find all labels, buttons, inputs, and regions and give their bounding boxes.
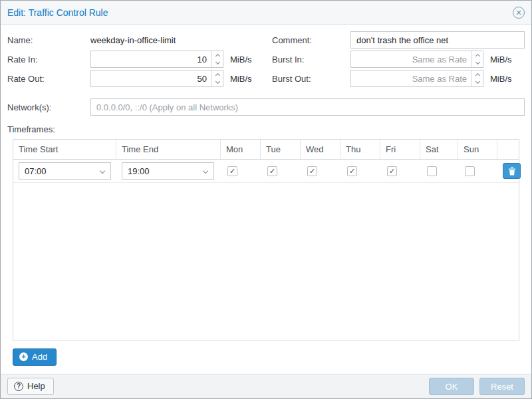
header-time-start[interactable]: Time Start (13, 140, 116, 159)
form-row-rate-in: Rate In: MiB/s Burst In: MiB/s (7, 51, 525, 68)
burst-in-group: MiB/s (350, 51, 525, 68)
time-start-cell: 07:00 (13, 160, 116, 182)
burst-in-label: Burst In: (265, 55, 350, 65)
form-row-networks: Network(s): (7, 98, 525, 116)
comment-input[interactable] (350, 31, 525, 49)
table-empty-area (13, 183, 519, 340)
spinner-up-icon[interactable] (212, 51, 223, 59)
trash-icon (508, 167, 516, 176)
rate-in-field (90, 51, 223, 68)
delete-row-button[interactable] (503, 163, 521, 179)
header-thu[interactable]: Thu (340, 140, 380, 159)
spinner-up-icon[interactable] (472, 51, 483, 59)
name-value: weekday-in-office-limit (90, 35, 223, 45)
rate-in-input[interactable] (90, 51, 223, 68)
rate-in-label: Rate In: (7, 55, 90, 65)
time-start-value: 07:00 (25, 166, 47, 176)
header-fri[interactable]: Fri (380, 140, 420, 159)
header-actions (497, 140, 519, 159)
help-button[interactable]: ? Help (7, 378, 54, 395)
reset-button[interactable]: Reset (479, 378, 525, 395)
rate-out-input[interactable] (90, 70, 223, 87)
tue-cell (261, 164, 301, 179)
rate-in-unit: MiB/s (223, 55, 265, 65)
wed-checkbox[interactable] (307, 166, 317, 176)
tue-checkbox[interactable] (267, 166, 277, 176)
rate-out-label: Rate Out: (7, 74, 90, 84)
spinner-up-icon[interactable] (212, 70, 223, 78)
spinner-down-icon[interactable] (472, 78, 483, 86)
networks-input[interactable] (90, 98, 525, 116)
burst-out-input[interactable] (350, 70, 483, 87)
spinner-down-icon[interactable] (212, 78, 223, 86)
spinner-down-icon[interactable] (212, 59, 223, 67)
help-button-label: Help (27, 381, 45, 391)
form-row-rate-out: Rate Out: MiB/s Burst Out: MiB/s (7, 70, 525, 87)
header-tue[interactable]: Tue (261, 140, 301, 159)
time-end-value: 19:00 (128, 166, 150, 176)
close-icon[interactable]: ✕ (513, 7, 525, 19)
time-start-select[interactable]: 07:00 (19, 162, 111, 180)
rate-out-field (90, 70, 223, 87)
sun-cell (458, 164, 497, 179)
add-button[interactable]: + Add (13, 348, 57, 366)
dialog-header: Edit: Traffic Control Rule ✕ (1, 1, 531, 25)
header-sun[interactable]: Sun (458, 140, 497, 159)
spinner-up-icon[interactable] (472, 70, 483, 78)
edit-traffic-control-rule-dialog: Edit: Traffic Control Rule ✕ Name: weekd… (0, 0, 532, 399)
fri-checkbox[interactable] (387, 166, 397, 176)
wed-cell (301, 164, 340, 179)
burst-out-field (350, 70, 483, 87)
name-label: Name: (7, 35, 90, 45)
sun-checkbox[interactable] (465, 166, 475, 176)
chevron-down-icon (203, 168, 208, 174)
burst-out-unit: MiB/s (483, 74, 512, 84)
networks-label: Network(s): (7, 102, 90, 112)
mon-checkbox[interactable] (227, 166, 237, 176)
sat-checkbox[interactable] (427, 166, 437, 176)
fri-cell (380, 164, 420, 179)
header-wed[interactable]: Wed (301, 140, 340, 159)
timeframe-row: 07:00 19:00 (13, 160, 519, 183)
dialog-body: Name: weekday-in-office-limit Comment: R… (1, 25, 531, 374)
burst-in-field (350, 51, 483, 68)
comment-label: Comment: (265, 35, 350, 45)
spinner-down-icon[interactable] (472, 59, 483, 67)
header-time-end[interactable]: Time End (116, 140, 221, 159)
thu-cell (340, 164, 380, 179)
row-actions-cell (497, 160, 526, 182)
timeframes-label: Timeframes: (7, 124, 525, 134)
burst-in-input[interactable] (350, 51, 483, 68)
add-button-label: Add (32, 352, 47, 362)
header-mon[interactable]: Mon (221, 140, 261, 159)
header-sat[interactable]: Sat (420, 140, 458, 159)
rate-out-spinner (211, 70, 223, 86)
timeframes-table: Time Start Time End Mon Tue Wed Thu Fri … (13, 139, 519, 340)
dialog-title: Edit: Traffic Control Rule (7, 7, 108, 18)
dialog-footer: ? Help OK Reset (1, 374, 531, 398)
time-end-select[interactable]: 19:00 (122, 162, 214, 180)
plus-icon: + (19, 352, 28, 361)
rate-in-spinner (211, 51, 223, 67)
thu-checkbox[interactable] (347, 166, 357, 176)
form-row-name-comment: Name: weekday-in-office-limit Comment: (7, 31, 525, 49)
burst-in-spinner (471, 51, 483, 67)
burst-out-label: Burst Out: (265, 74, 350, 84)
rate-out-unit: MiB/s (223, 74, 265, 84)
mon-cell (221, 164, 261, 179)
time-end-cell: 19:00 (116, 160, 221, 182)
burst-out-group: MiB/s (350, 70, 525, 87)
burst-out-spinner (471, 70, 483, 86)
timeframes-table-header: Time Start Time End Mon Tue Wed Thu Fri … (13, 140, 519, 160)
question-icon: ? (14, 382, 23, 391)
sat-cell (420, 164, 458, 179)
chevron-down-icon (100, 168, 105, 174)
ok-button[interactable]: OK (429, 378, 474, 395)
burst-in-unit: MiB/s (483, 55, 512, 65)
